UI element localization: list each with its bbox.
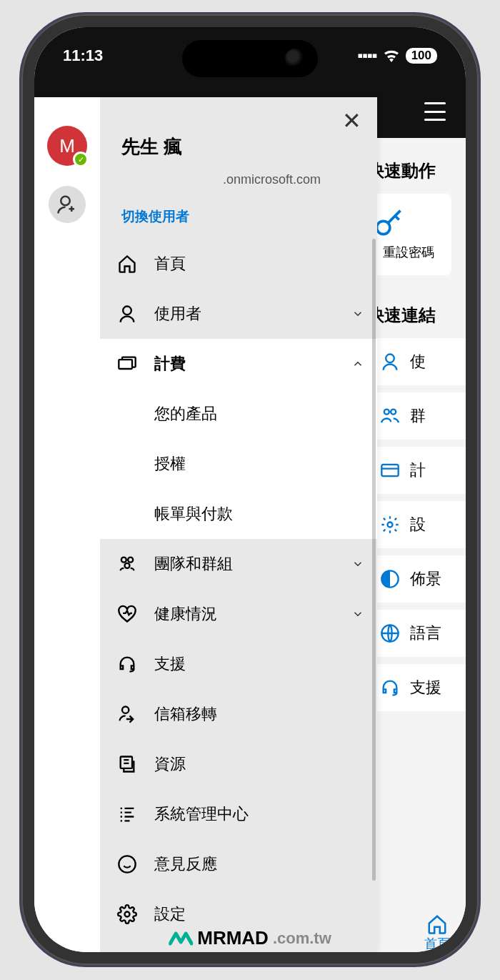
key-icon [373, 208, 444, 239]
nav-billing-products[interactable]: 您的產品 [100, 389, 377, 439]
link-language[interactable]: 語言 [366, 610, 466, 657]
svg-point-1 [386, 355, 394, 363]
svg-point-11 [121, 558, 126, 563]
watermark: MRMAD.com.tw [169, 927, 331, 949]
nav-mailbox-migration[interactable]: 信箱移轉 [100, 689, 377, 739]
smile-icon [117, 854, 137, 874]
svg-point-9 [123, 307, 131, 315]
user-icon [117, 304, 137, 324]
svg-point-12 [128, 558, 133, 563]
wifi-icon [383, 49, 400, 62]
svg-point-17 [125, 912, 130, 917]
nav-billing[interactable]: 計費 [100, 339, 377, 389]
people-icon [380, 406, 400, 426]
people-icon [117, 554, 137, 574]
user-display-name: 先生 瘋 [121, 134, 360, 159]
nav-users[interactable]: 使用者 [100, 289, 377, 339]
battery-level: 100 [406, 48, 437, 64]
bottom-tab-home[interactable]: 首頁 [409, 914, 466, 952]
watermark-tld: .com.tw [273, 929, 331, 948]
svg-point-2 [384, 410, 389, 415]
svg-point-13 [125, 563, 130, 568]
status-time: 11:13 [63, 46, 103, 65]
signal-icon: ▪▪▪▪ [357, 46, 376, 65]
svg-point-3 [391, 410, 396, 415]
gear-icon [117, 904, 137, 924]
switch-user-link[interactable]: 切換使用者 [121, 207, 360, 226]
headset-icon [380, 678, 400, 698]
dynamic-island [182, 40, 318, 77]
svg-rect-4 [381, 465, 398, 476]
link-settings[interactable]: 設 [366, 501, 466, 548]
nav-billing-invoices[interactable]: 帳單與付款 [100, 489, 377, 539]
gear-icon [380, 515, 400, 535]
nav-resources[interactable]: 資源 [100, 739, 377, 789]
home-icon [117, 254, 137, 274]
link-groups[interactable]: 群 [366, 392, 466, 440]
svg-point-0 [377, 221, 390, 234]
user-icon [380, 352, 400, 372]
avatar[interactable]: M ✓ [47, 126, 87, 166]
chevron-down-icon [351, 608, 364, 620]
link-users[interactable]: 使 [366, 338, 466, 385]
add-user-button[interactable] [49, 186, 86, 223]
link-scenes[interactable]: 佈景 [366, 555, 466, 603]
nav-admin-centers[interactable]: 系統管理中心 [100, 789, 377, 839]
card-icon [380, 460, 400, 480]
account-rail: M ✓ [34, 97, 100, 952]
nav-feedback[interactable]: 意見反應 [100, 839, 377, 889]
reset-password-label: 重設密碼 [373, 244, 444, 261]
reset-password-card[interactable]: 重設密碼 [366, 194, 451, 275]
migrate-icon [117, 704, 137, 724]
nav-billing-licenses[interactable]: 授權 [100, 439, 377, 489]
headset-icon [117, 654, 137, 674]
watermark-logo-icon [169, 929, 193, 948]
hamburger-menu-icon[interactable] [424, 102, 446, 121]
theme-icon [380, 569, 400, 589]
nav-list: 首頁 使用者 計費 您的產品 授權 帳單與付款 [100, 239, 377, 952]
nav-health[interactable]: 健康情況 [100, 589, 377, 639]
chevron-down-icon [351, 558, 364, 570]
nav-home[interactable]: 首頁 [100, 239, 377, 289]
svg-point-16 [119, 856, 135, 872]
navigation-drawer: M ✓ ✕ 先生 瘋 .onmicrosoft.com 切換使用者 [34, 97, 377, 952]
health-icon [117, 604, 137, 624]
avatar-initial: M [59, 135, 75, 157]
list-icon [117, 804, 137, 824]
chevron-up-icon [351, 357, 364, 370]
nav-support[interactable]: 支援 [100, 639, 377, 689]
globe-icon [380, 623, 400, 643]
watermark-brand: MRMAD [197, 927, 269, 949]
nav-teams[interactable]: 團隊和群組 [100, 539, 377, 589]
scrollbar[interactable] [372, 239, 376, 881]
svg-rect-10 [119, 360, 132, 369]
chevron-down-icon [351, 307, 364, 320]
svg-point-5 [388, 523, 393, 528]
close-icon[interactable]: ✕ [342, 107, 361, 134]
presence-badge: ✓ [73, 152, 89, 167]
user-domain: .onmicrosoft.com [121, 172, 360, 187]
drawer-header: ✕ 先生 瘋 .onmicrosoft.com 切換使用者 [100, 97, 377, 239]
svg-point-14 [122, 707, 129, 713]
link-support[interactable]: 支援 [366, 664, 466, 711]
svg-point-8 [61, 197, 70, 206]
resources-icon [117, 754, 137, 774]
link-billing[interactable]: 計 [366, 447, 466, 494]
billing-icon [117, 354, 137, 374]
